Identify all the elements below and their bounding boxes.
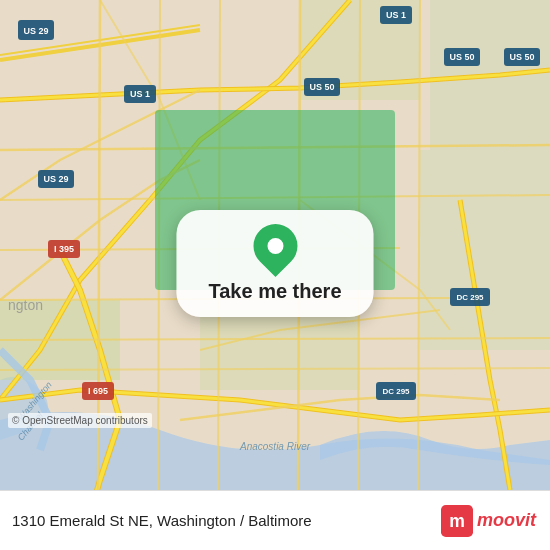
svg-text:US 29: US 29 xyxy=(23,26,48,36)
svg-text:US 29: US 29 xyxy=(43,174,68,184)
svg-text:I 395: I 395 xyxy=(54,244,74,254)
take-me-there-button[interactable]: Take me there xyxy=(176,210,373,317)
svg-text:US 1: US 1 xyxy=(130,89,150,99)
map-container: US 29 US 1 US 50 US 50 US 1 US 50 US 29 … xyxy=(0,0,550,490)
take-me-there-label: Take me there xyxy=(208,280,341,303)
address-text: 1310 Emerald St NE, Washington / Baltimo… xyxy=(12,512,312,529)
svg-text:Anacostia River: Anacostia River xyxy=(239,441,311,452)
svg-text:US 50: US 50 xyxy=(509,52,534,62)
svg-text:DC 295: DC 295 xyxy=(456,293,484,302)
attribution-text: © OpenStreetMap contributors xyxy=(12,415,148,426)
svg-text:ngton: ngton xyxy=(8,297,43,313)
svg-text:m: m xyxy=(449,511,465,531)
osm-attribution: © OpenStreetMap contributors xyxy=(8,413,152,428)
location-pin-icon xyxy=(244,215,306,277)
pin-wrapper xyxy=(253,224,297,272)
svg-text:US 50: US 50 xyxy=(449,52,474,62)
svg-text:I 695: I 695 xyxy=(88,386,108,396)
moovit-name-text: moovit xyxy=(477,510,536,531)
svg-text:US 1: US 1 xyxy=(386,10,406,20)
svg-text:DC 295: DC 295 xyxy=(382,387,410,396)
bottom-bar: 1310 Emerald St NE, Washington / Baltimo… xyxy=(0,490,550,550)
svg-text:US 50: US 50 xyxy=(309,82,334,92)
moovit-logo: m moovit xyxy=(441,505,536,537)
moovit-logo-icon: m xyxy=(441,505,473,537)
svg-rect-4 xyxy=(420,150,550,350)
